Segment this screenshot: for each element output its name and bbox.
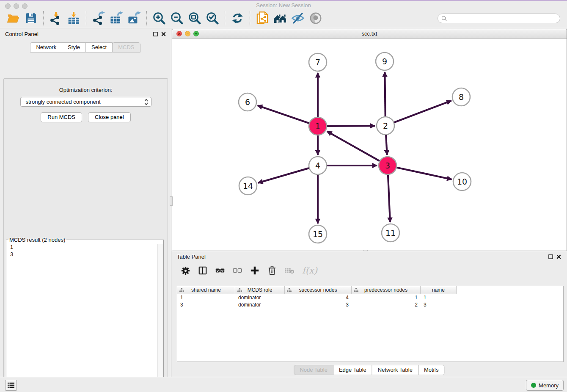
graph-node-6[interactable]: 6 (239, 93, 256, 111)
tab-motifs[interactable]: Motifs (418, 365, 445, 375)
network-maximize-button[interactable]: + (193, 31, 199, 36)
column-header-successor-nodes[interactable]: successor nodes (285, 286, 352, 294)
graph-edge-3-11[interactable] (388, 174, 390, 222)
delete-selected-button[interactable] (267, 265, 277, 276)
new-network-from-selection-button[interactable] (255, 11, 270, 25)
graph-edge-4-14[interactable] (258, 168, 309, 183)
tab-network-table[interactable]: Network Table (372, 365, 418, 375)
network-from-selection-icon (255, 11, 270, 25)
task-history-button[interactable] (5, 380, 17, 391)
search-input[interactable] (449, 15, 556, 21)
tab-mcds[interactable]: MCDS (112, 42, 140, 52)
deselect-all-button[interactable] (232, 265, 242, 276)
table-cell[interactable]: 3 (285, 301, 352, 309)
table-cell[interactable]: dominator (235, 294, 285, 301)
first-neighbors-button[interactable] (273, 11, 287, 25)
close-panel-icon[interactable] (161, 32, 166, 36)
import-network-button[interactable] (49, 11, 63, 25)
graph-node-8[interactable]: 8 (452, 88, 470, 106)
column-header-MCDS-role[interactable]: MCDS role (235, 286, 285, 294)
network-minimize-button[interactable]: − (185, 31, 190, 36)
tab-network[interactable]: Network (30, 42, 62, 52)
column-header-shared-name[interactable]: shared name (177, 286, 235, 294)
open-session-button[interactable] (6, 11, 20, 25)
network-graph[interactable]: 7968124314101511 (172, 39, 567, 251)
graph-edge-3-1[interactable] (327, 131, 380, 161)
run-mcds-button[interactable]: Run MCDS (41, 112, 82, 122)
table-cell[interactable]: 4 (285, 294, 352, 301)
zoom-in-button[interactable] (152, 11, 166, 25)
graph-node-2[interactable]: 2 (377, 117, 394, 135)
graph-edge-1-6[interactable] (258, 105, 309, 123)
zoom-fit-button[interactable] (187, 11, 202, 25)
toolbar-separator (225, 11, 225, 25)
close-panel-icon[interactable] (556, 254, 561, 259)
column-header-predecessor-nodes[interactable]: predecessor nodes (352, 286, 421, 294)
graph-node-3[interactable]: 3 (379, 157, 396, 174)
float-panel-icon[interactable] (153, 32, 158, 36)
graph-edge-1-2[interactable] (327, 126, 375, 126)
graph-node-9[interactable]: 9 (376, 52, 394, 70)
show-columns-button[interactable] (198, 265, 208, 276)
refresh-button[interactable] (230, 11, 245, 25)
delete-column-button[interactable] (284, 265, 295, 276)
table-row[interactable]: 1dominator411 (177, 294, 563, 301)
table-cell[interactable]: 1 (177, 294, 235, 301)
memory-button[interactable]: Memory (526, 380, 564, 391)
network-close-button[interactable]: ✕ (176, 31, 182, 36)
search-field[interactable] (438, 14, 560, 23)
graph-edge-2-8[interactable] (394, 101, 451, 123)
graph-edge-2-3[interactable] (386, 135, 387, 155)
table-tabs: Node TableEdge TableNetwork TableMotifs (294, 365, 444, 375)
export-image-button[interactable] (127, 11, 141, 25)
table-cell[interactable]: 2 (352, 301, 421, 309)
graph-edge-2-9[interactable] (385, 72, 385, 117)
select-all-button[interactable] (215, 265, 225, 276)
tab-style[interactable]: Style (62, 42, 86, 52)
column-label: shared name (191, 287, 221, 293)
export-table-button[interactable] (109, 11, 124, 25)
show-all-button[interactable] (308, 11, 323, 25)
save-session-button[interactable] (24, 11, 38, 25)
zoom-out-button[interactable] (170, 11, 184, 25)
column-header-name[interactable]: name (421, 286, 457, 294)
tab-edge-table[interactable]: Edge Table (333, 365, 372, 375)
import-table-button[interactable] (66, 11, 81, 25)
mcds-result-box: MCDS result (2 nodes) 13 (6, 237, 164, 392)
graph-node-11[interactable]: 11 (382, 224, 399, 242)
add-row-button[interactable] (250, 265, 260, 276)
result-scrollbar[interactable] (157, 244, 163, 392)
close-panel-button[interactable]: Close panel (88, 112, 131, 122)
node-table[interactable]: shared nameMCDS rolesuccessor nodesprede… (177, 286, 564, 362)
table-column-headers: shared nameMCDS rolesuccessor nodesprede… (177, 286, 563, 294)
optimization-criterion-select[interactable]: strongly connected component (20, 97, 151, 107)
table-row[interactable]: 3dominator323 (177, 301, 563, 309)
graph-node-10[interactable]: 10 (453, 173, 471, 190)
network-window-titlebar[interactable]: ✕ − + scc.txt (172, 29, 567, 39)
table-cell[interactable]: 1 (352, 294, 421, 301)
tab-select[interactable]: Select (85, 42, 113, 52)
table-cell[interactable]: 3 (177, 301, 235, 309)
eye-slash-icon (291, 11, 305, 25)
graph-node-1[interactable]: 1 (309, 117, 327, 135)
zoom-selected-button[interactable] (205, 11, 220, 25)
graph-node-14[interactable]: 14 (239, 177, 257, 195)
apply-function-button[interactable]: f(x) (302, 265, 318, 276)
graph-node-15[interactable]: 15 (309, 225, 327, 243)
float-panel-icon[interactable] (548, 254, 553, 259)
table-cell[interactable]: 3 (421, 301, 457, 309)
graph-node-4[interactable]: 4 (309, 157, 327, 174)
export-network-button[interactable] (91, 11, 106, 25)
graph-edge-3-10[interactable] (396, 167, 452, 179)
hide-selected-button[interactable] (291, 11, 305, 25)
tab-node-table[interactable]: Node Table (294, 365, 333, 375)
table-options-button[interactable] (180, 265, 190, 276)
panel-splitter-handle[interactable] (170, 196, 173, 206)
network-canvas[interactable]: 7968124314101511 (172, 39, 567, 251)
table-cell[interactable]: 1 (421, 294, 457, 301)
column-tree-icon (287, 288, 292, 292)
graph-node-7[interactable]: 7 (309, 53, 327, 71)
table-cell[interactable]: dominator (235, 301, 285, 309)
mcds-result-title: MCDS result (2 nodes) (8, 237, 66, 243)
graph-node-label: 1 (315, 121, 320, 131)
